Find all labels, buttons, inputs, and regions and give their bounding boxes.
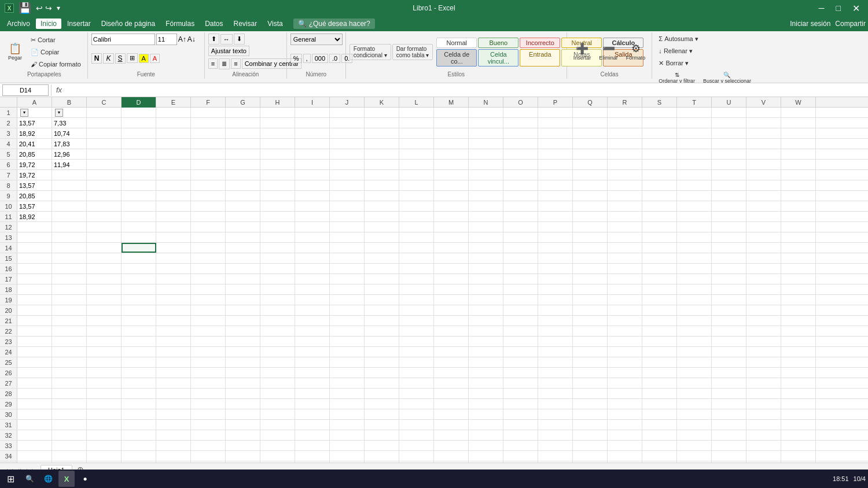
col-header-o[interactable]: O xyxy=(503,97,538,108)
cell-R24[interactable] xyxy=(608,347,642,357)
cell-V15[interactable] xyxy=(746,253,781,263)
cell-B8[interactable] xyxy=(52,180,87,190)
cell-W20[interactable] xyxy=(781,305,816,315)
cell-Q15[interactable] xyxy=(573,253,608,263)
cell-J19[interactable] xyxy=(330,295,365,305)
cell-B14[interactable] xyxy=(52,243,87,253)
cell-M9[interactable] xyxy=(434,191,469,201)
cell-V6[interactable] xyxy=(746,160,781,169)
cell-H9[interactable] xyxy=(260,191,295,201)
cell-G16[interactable] xyxy=(226,264,260,273)
cell-O33[interactable] xyxy=(503,441,538,450)
cell-T27[interactable] xyxy=(677,378,712,388)
cell-T34[interactable] xyxy=(677,451,712,461)
cell-C34[interactable] xyxy=(87,451,122,461)
cell-W23[interactable] xyxy=(781,337,816,346)
cell-L27[interactable] xyxy=(399,378,434,388)
cell-E4[interactable] xyxy=(156,139,191,149)
cell-O35[interactable] xyxy=(503,461,538,463)
row-number[interactable]: 8 xyxy=(0,180,17,190)
cell-U35[interactable] xyxy=(712,461,746,463)
style-celda-vincul[interactable]: Celda vincul... xyxy=(478,49,518,66)
cell-M16[interactable] xyxy=(434,264,469,273)
cell-W10[interactable] xyxy=(781,201,816,211)
signin-btn[interactable]: Iniciar sesión xyxy=(790,20,830,28)
cell-V5[interactable] xyxy=(746,149,781,159)
cell-N32[interactable] xyxy=(469,430,503,440)
cell-I6[interactable] xyxy=(295,160,330,169)
customize-btn[interactable]: ▾ xyxy=(57,4,60,12)
cell-N13[interactable] xyxy=(469,232,503,242)
cell-O1[interactable] xyxy=(503,108,538,117)
cell-J3[interactable] xyxy=(330,128,365,138)
cell-O28[interactable] xyxy=(503,389,538,398)
cell-R15[interactable] xyxy=(608,253,642,263)
cell-L15[interactable] xyxy=(399,253,434,263)
row-number[interactable]: 34 xyxy=(0,451,17,461)
cell-D5[interactable] xyxy=(122,149,156,159)
cell-J11[interactable] xyxy=(330,212,365,221)
cell-R10[interactable] xyxy=(608,201,642,211)
cell-S8[interactable] xyxy=(642,180,677,190)
cell-D29[interactable] xyxy=(122,399,156,409)
cell-F5[interactable] xyxy=(191,149,226,159)
cell-M15[interactable] xyxy=(434,253,469,263)
cell-L17[interactable] xyxy=(399,274,434,284)
cell-D24[interactable] xyxy=(122,347,156,357)
cell-A7[interactable]: 19,72 xyxy=(17,170,52,180)
cell-S22[interactable] xyxy=(642,326,677,336)
align-top-btn[interactable]: ⬆ xyxy=(208,34,219,45)
cell-A2[interactable]: 13,57 xyxy=(17,118,52,128)
fill-color-btn[interactable]: A xyxy=(139,54,149,63)
cell-R31[interactable] xyxy=(608,420,642,430)
cell-B11[interactable] xyxy=(52,212,87,221)
cell-M25[interactable] xyxy=(434,357,469,367)
quick-save-btn[interactable]: 💾 xyxy=(19,2,31,14)
cell-H6[interactable] xyxy=(260,160,295,169)
percent-btn[interactable]: % xyxy=(290,54,302,63)
cell-S30[interactable] xyxy=(642,409,677,419)
cell-U9[interactable] xyxy=(712,191,746,201)
cell-J21[interactable] xyxy=(330,316,365,326)
cell-U22[interactable] xyxy=(712,326,746,336)
cell-S19[interactable] xyxy=(642,295,677,305)
cell-H24[interactable] xyxy=(260,347,295,357)
cell-B20[interactable] xyxy=(52,305,87,315)
cell-B35[interactable] xyxy=(52,461,87,463)
row-number[interactable]: 4 xyxy=(0,139,17,149)
cell-P11[interactable] xyxy=(538,212,573,221)
cell-P30[interactable] xyxy=(538,409,573,419)
cell-H10[interactable] xyxy=(260,201,295,211)
cell-U25[interactable] xyxy=(712,357,746,367)
cell-H22[interactable] xyxy=(260,326,295,336)
cell-L12[interactable] xyxy=(399,222,434,232)
cell-F26[interactable] xyxy=(191,368,226,378)
cell-N14[interactable] xyxy=(469,243,503,253)
cell-N35[interactable] xyxy=(469,461,503,463)
cell-T11[interactable] xyxy=(677,212,712,221)
cell-K9[interactable] xyxy=(365,191,399,201)
cell-M7[interactable] xyxy=(434,170,469,180)
cell-T12[interactable] xyxy=(677,222,712,232)
cell-G6[interactable] xyxy=(226,160,260,169)
col-header-i[interactable]: I xyxy=(295,97,330,108)
cell-I12[interactable] xyxy=(295,222,330,232)
col-header-p[interactable]: P xyxy=(538,97,573,108)
cell-N21[interactable] xyxy=(469,316,503,326)
cell-S34[interactable] xyxy=(642,451,677,461)
cell-L24[interactable] xyxy=(399,347,434,357)
cell-U6[interactable] xyxy=(712,160,746,169)
cell-O27[interactable] xyxy=(503,378,538,388)
cell-J15[interactable] xyxy=(330,253,365,263)
cell-A22[interactable] xyxy=(17,326,52,336)
cell-R27[interactable] xyxy=(608,378,642,388)
cell-H18[interactable] xyxy=(260,284,295,294)
row-number[interactable]: 21 xyxy=(0,316,17,326)
cell-E34[interactable] xyxy=(156,451,191,461)
cell-N7[interactable] xyxy=(469,170,503,180)
cell-T28[interactable] xyxy=(677,389,712,398)
cell-C28[interactable] xyxy=(87,389,122,398)
cell-A19[interactable] xyxy=(17,295,52,305)
cell-R28[interactable] xyxy=(608,389,642,398)
cell-W5[interactable] xyxy=(781,149,816,159)
